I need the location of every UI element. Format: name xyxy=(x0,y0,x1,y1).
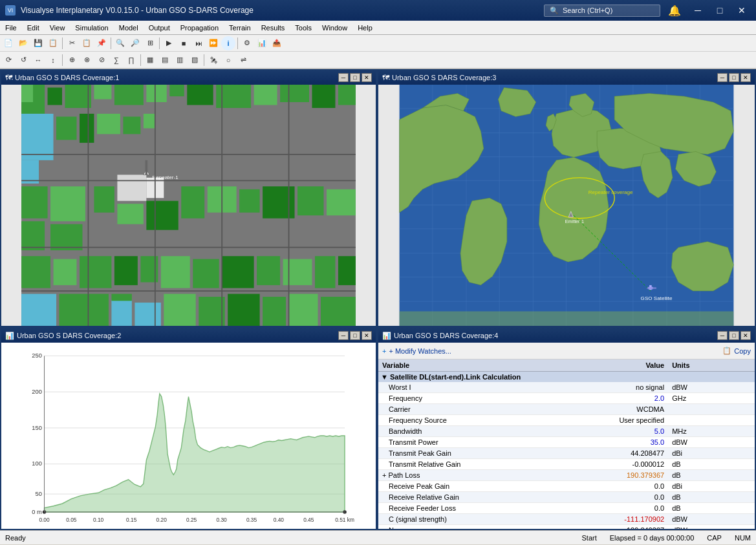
svg-text:0.00: 0.00 xyxy=(39,517,50,523)
tb-zoom-out[interactable]: 🔎 xyxy=(128,36,142,50)
tb-play[interactable]: ▶ xyxy=(162,36,176,50)
tb2-1[interactable]: ⟳ xyxy=(1,53,16,67)
tb2-2[interactable]: ↺ xyxy=(16,53,30,67)
panel1-icon: 🗺 xyxy=(5,74,12,81)
menu-file[interactable]: File xyxy=(0,21,22,34)
tb-sep1 xyxy=(62,37,63,49)
panel1-close[interactable]: ✕ xyxy=(362,73,372,82)
row-unit: dB xyxy=(668,503,755,514)
tb2-sat[interactable]: 🛰 xyxy=(206,53,221,67)
panel3-title-left: 🗺 Urban GSO S DARS Coverage:3 xyxy=(382,74,496,81)
minimize-button[interactable]: ─ xyxy=(689,4,707,17)
svg-rect-4 xyxy=(65,85,91,108)
svg-text:0.40: 0.40 xyxy=(274,517,285,523)
menu-help[interactable]: Help xyxy=(352,21,378,34)
table-row: Transmit Power35.0dBW xyxy=(378,437,755,448)
tb2-3[interactable]: ↔ xyxy=(31,53,45,67)
svg-rect-18 xyxy=(80,114,94,143)
tb-zoom-in[interactable]: 🔍 xyxy=(113,36,127,50)
tb2-4[interactable]: ↕ xyxy=(46,53,60,67)
tb2-orbit[interactable]: ○ xyxy=(221,53,235,67)
search-box[interactable]: 🔍 Search (Ctrl+Q) xyxy=(544,5,660,17)
row-unit: dBW xyxy=(668,437,755,448)
row-value: 35.0 xyxy=(585,437,668,448)
tb2-9[interactable]: ∏ xyxy=(124,53,138,67)
tb-settings[interactable]: ⚙ xyxy=(240,36,254,50)
notification-icon[interactable]: 🔔 xyxy=(668,5,681,17)
svg-rect-49 xyxy=(21,294,56,326)
tb-paste[interactable]: 📌 xyxy=(94,36,109,50)
panel3-max[interactable]: □ xyxy=(729,73,739,82)
modify-watches-label: + Modify Watches... xyxy=(389,347,451,355)
panel1-max[interactable]: □ xyxy=(350,73,360,82)
panel3-close[interactable]: ✕ xyxy=(740,73,751,82)
panel4-max[interactable]: □ xyxy=(729,331,739,340)
row-value: WCDMA xyxy=(585,404,668,415)
menu-model[interactable]: Model xyxy=(114,21,144,34)
row-value: 0.0 xyxy=(585,492,668,503)
tb-step2[interactable]: ⏩ xyxy=(206,36,221,50)
tb2-link[interactable]: ⇌ xyxy=(236,53,250,67)
close-button[interactable]: ✕ xyxy=(733,4,751,17)
panel4-min[interactable]: ─ xyxy=(717,331,728,340)
tb-info[interactable]: i xyxy=(221,36,235,50)
svg-rect-98 xyxy=(647,288,656,289)
menu-propagation[interactable]: Propagation xyxy=(175,21,224,34)
svg-rect-14 xyxy=(338,85,356,105)
tb2-5[interactable]: ⊕ xyxy=(65,53,79,67)
app-title: Visualyse Interplanetary V0.0.15.0 - Urb… xyxy=(21,6,254,15)
panel2-max[interactable]: □ xyxy=(350,331,360,340)
panel2-min[interactable]: ─ xyxy=(338,331,349,340)
expand-icon[interactable]: ▼ xyxy=(381,373,388,381)
panel3-title: Urban GSO S DARS Coverage:3 xyxy=(392,74,496,81)
row-unit: dBi xyxy=(668,481,755,492)
menu-output[interactable]: Output xyxy=(144,21,175,34)
modify-watches-button[interactable]: + + Modify Watches... xyxy=(382,347,451,355)
tb-stop[interactable]: ■ xyxy=(177,36,191,50)
menu-view[interactable]: View xyxy=(45,21,70,34)
tb-fit[interactable]: ⊞ xyxy=(143,36,157,50)
expand-icon[interactable]: + xyxy=(382,471,388,479)
table-row: Receive Feeder Loss0.0dB xyxy=(378,503,755,514)
row-unit: dB xyxy=(668,470,755,481)
svg-rect-12 xyxy=(280,85,309,102)
tb2-13[interactable]: ▧ xyxy=(188,53,202,67)
tb2-11[interactable]: ▤ xyxy=(158,53,172,67)
maximize-button[interactable]: □ xyxy=(711,4,729,17)
menu-terrain[interactable]: Terrain xyxy=(224,21,256,34)
menu-edit[interactable]: Edit xyxy=(22,21,45,34)
tb2-12[interactable]: ▥ xyxy=(173,53,187,67)
tb-cut[interactable]: ✂ xyxy=(65,36,79,50)
menu-simulation[interactable]: Simulation xyxy=(70,21,113,34)
panel2-close[interactable]: ✕ xyxy=(362,331,372,340)
menu-results[interactable]: Results xyxy=(256,21,290,34)
svg-rect-15 xyxy=(21,114,53,160)
tb-export[interactable]: 📤 xyxy=(270,36,284,50)
svg-rect-9 xyxy=(187,85,213,105)
panel3-min[interactable]: ─ xyxy=(717,73,728,82)
svg-rect-35 xyxy=(297,186,323,215)
tb-props[interactable]: 📊 xyxy=(255,36,269,50)
tb-step[interactable]: ⏭ xyxy=(191,36,206,50)
row-variable: Transmit Relative Gain xyxy=(378,459,585,470)
menu-tools[interactable]: Tools xyxy=(290,21,317,34)
copy-button[interactable]: 📋 Copy xyxy=(722,347,751,355)
tb2-10[interactable]: ▦ xyxy=(143,53,157,67)
tb2-6[interactable]: ⊗ xyxy=(80,53,94,67)
tb2-7[interactable]: ⊘ xyxy=(94,53,109,67)
tb-new[interactable]: 📄 xyxy=(1,36,16,50)
tb-open[interactable]: 📂 xyxy=(16,36,30,50)
panel1-min[interactable]: ─ xyxy=(338,73,349,82)
tb2-8[interactable]: ∑ xyxy=(109,53,124,67)
tb-save-as[interactable]: 📋 xyxy=(46,36,60,50)
tb-copy[interactable]: 📋 xyxy=(80,36,94,50)
panel4-close[interactable]: ✕ xyxy=(740,331,751,340)
svg-rect-54 xyxy=(164,294,195,326)
svg-rect-38 xyxy=(54,259,77,285)
title-bar-left: VI Visualyse Interplanetary V0.0.15.0 - … xyxy=(5,5,254,16)
svg-rect-7 xyxy=(146,85,166,102)
menu-window[interactable]: Window xyxy=(317,21,352,34)
svg-text:0.10: 0.10 xyxy=(93,517,104,523)
svg-rect-31 xyxy=(181,186,204,218)
tb-save[interactable]: 💾 xyxy=(31,36,45,50)
